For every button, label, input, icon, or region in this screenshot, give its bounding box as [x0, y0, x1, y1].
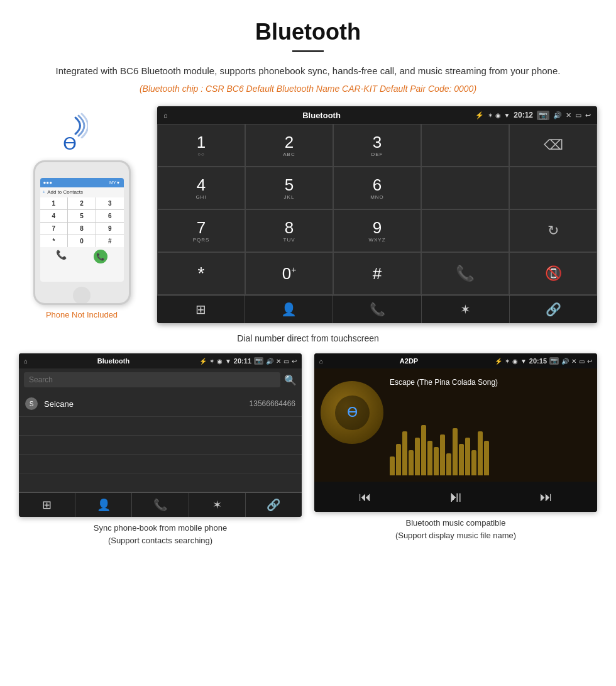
pb-statusbar: ⌂ Bluetooth ⚡ ✶ ◉ ▼ 20:11 📷 🔊 ✕ ▭ ↩ — [19, 353, 302, 368]
mp-bt-logo: ϴ — [335, 396, 370, 430]
music-item: ⌂ A2DP ⚡ ✶ ◉ ▼ 20:15 📷 🔊 ✕ ▭ ↩ ϴ Escape … — [314, 353, 597, 546]
mp-close[interactable]: ✕ — [571, 358, 576, 365]
hu-home-icon[interactable]: ⌂ — [163, 111, 168, 119]
page-description: Integrated with BC6 Bluetooth module, su… — [38, 64, 578, 79]
dialpad-key-4[interactable]: 4GHI — [157, 167, 245, 209]
main-section: ϴ ●●●MY▼ + Add to Contacts 123 456 78 — [0, 100, 616, 329]
pb-bt-icon: ✶ — [209, 358, 214, 365]
head-unit-screen: ⌂ Bluetooth ⚡ ✶ ◉ ▼ 20:12 📷 🔊 ✕ ▭ ↩ 1○○ … — [157, 106, 597, 323]
pb-nav-phone[interactable]: 📞 — [132, 493, 189, 517]
hu-bt-icon: ✶ — [488, 112, 493, 119]
mp-song-title: Escape (The Pina Colada Song) — [390, 378, 591, 387]
pb-vol[interactable]: 🔊 — [266, 358, 273, 365]
pb-nav-dialpad[interactable]: ⊞ — [19, 493, 75, 517]
mp-info: Escape (The Pina Colada Song) — [390, 375, 591, 475]
mp-win[interactable]: ▭ — [579, 358, 585, 365]
mp-home-icon[interactable]: ⌂ — [319, 358, 323, 365]
mp-back[interactable]: ↩ — [587, 358, 592, 365]
mp-eq-bars — [390, 393, 591, 475]
pb-search-input[interactable] — [24, 372, 280, 387]
hu-close-icon[interactable]: ✕ — [566, 111, 571, 119]
hu-navbar: ⊞ 👤 📞 ✶ 🔗 — [157, 295, 597, 323]
pb-contact-item[interactable]: S Seicane 13566664466 — [19, 391, 302, 417]
dialpad-key-6[interactable]: 6MNO — [333, 167, 421, 209]
phonebook-screen: ⌂ Bluetooth ⚡ ✶ ◉ ▼ 20:11 📷 🔊 ✕ ▭ ↩ 🔍 — [19, 353, 302, 517]
dialpad-key-hash[interactable]: # — [333, 252, 421, 295]
pb-nav-link[interactable]: 🔗 — [246, 493, 302, 517]
dialpad-key-9[interactable]: 9WXYZ — [333, 209, 421, 252]
hu-window-icon[interactable]: ▭ — [575, 111, 581, 119]
dialpad-refresh[interactable]: ↻ — [509, 209, 597, 252]
mp-prev-button[interactable]: ⏮ — [359, 490, 371, 504]
hu-status-icons: ✶ ◉ ▼ — [488, 112, 510, 119]
pb-loc-icon: ◉ — [217, 358, 223, 365]
pb-usb-icon: ⚡ — [199, 358, 207, 365]
mp-time: 20:15 — [529, 357, 547, 365]
hu-nav-bluetooth[interactable]: ✶ — [422, 296, 510, 323]
pb-contact-number: 13566664466 — [250, 399, 295, 408]
bottom-section: ⌂ Bluetooth ⚡ ✶ ◉ ▼ 20:11 📷 🔊 ✕ ▭ ↩ 🔍 — [0, 353, 616, 559]
dial-caption: Dial number direct from touchscreen — [0, 333, 616, 343]
pb-nav-contacts[interactable]: 👤 — [75, 493, 132, 517]
pb-camera[interactable]: 📷 — [254, 357, 263, 365]
mp-next-button[interactable]: ⏭ — [540, 490, 553, 504]
hu-time: 20:12 — [514, 111, 533, 119]
hu-nav-dialpad[interactable]: ⊞ — [157, 296, 245, 323]
pb-contact-letter: S — [25, 397, 38, 410]
dialpad-key-3[interactable]: 3DEF — [333, 124, 421, 167]
dialpad-key-star[interactable]: * — [157, 252, 245, 295]
mp-controls: ⏮ ⏯ ⏭ — [314, 482, 597, 512]
hu-nav-contacts[interactable]: 👤 — [245, 296, 333, 323]
hu-volume-icon[interactable]: 🔊 — [553, 111, 562, 119]
pb-close[interactable]: ✕ — [276, 358, 281, 365]
dialpad-grid: 1○○ 2ABC 3DEF ⌫ 4GHI 5JKL 6MNO — [157, 124, 597, 295]
dialpad-key-2[interactable]: 2ABC — [245, 124, 333, 167]
music-screen: ⌂ A2DP ⚡ ✶ ◉ ▼ 20:15 📷 🔊 ✕ ▭ ↩ ϴ Escape … — [314, 353, 597, 512]
mp-content: ϴ Escape (The Pina Colada Song) — [314, 368, 597, 482]
music-caption: Bluetooth music compatible(Support displ… — [314, 517, 597, 541]
mp-statusbar: ⌂ A2DP ⚡ ✶ ◉ ▼ 20:15 📷 🔊 ✕ ▭ ↩ — [314, 353, 597, 368]
dialpad-key-5[interactable]: 5JKL — [245, 167, 333, 209]
page-title: Bluetooth — [38, 19, 578, 45]
hu-title: Bluetooth — [172, 111, 472, 120]
mp-usb-icon: ⚡ — [495, 358, 502, 365]
pb-win[interactable]: ▭ — [283, 358, 289, 365]
mp-album-art: ϴ — [321, 381, 383, 444]
hu-nav-link[interactable]: 🔗 — [510, 296, 597, 323]
phone-keypad: 123 456 789 *0# — [40, 197, 124, 247]
pb-title: Bluetooth — [30, 357, 197, 365]
pb-wifi-icon: ▼ — [225, 358, 231, 365]
dialpad-key-0[interactable]: 0+ — [245, 252, 333, 295]
dialpad-call-button[interactable]: 📞 — [421, 252, 509, 295]
mp-camera[interactable]: 📷 — [549, 357, 559, 365]
phone-home-button — [73, 287, 91, 304]
bluetooth-signal: ϴ — [57, 110, 107, 154]
phone-not-included-label: Phone Not Included — [46, 310, 118, 319]
phonebook-item: ⌂ Bluetooth ⚡ ✶ ◉ ▼ 20:11 📷 🔊 ✕ ▭ ↩ 🔍 — [19, 353, 302, 546]
mp-bt-icon: ✶ — [505, 358, 510, 365]
title-divider — [292, 50, 324, 52]
pb-time: 20:11 — [234, 357, 251, 365]
dialpad-key-1[interactable]: 1○○ — [157, 124, 245, 167]
dialpad-end-call-button[interactable]: 📵 — [509, 252, 597, 295]
hu-camera-icon[interactable]: 📷 — [537, 111, 549, 120]
pb-nav-bt[interactable]: ✶ — [189, 493, 246, 517]
pb-search-icon[interactable]: 🔍 — [284, 374, 297, 386]
hu-nav-phone[interactable]: 📞 — [333, 296, 421, 323]
phone-screen: ●●●MY▼ + Add to Contacts 123 456 789 *0#… — [40, 178, 124, 282]
mp-play-pause-button[interactable]: ⏯ — [448, 488, 463, 506]
bluetooth-icon: ϴ — [63, 133, 77, 154]
hu-wifi-icon: ▼ — [503, 112, 510, 119]
hu-back-icon[interactable]: ↩ — [585, 111, 591, 119]
dialpad-key-7[interactable]: 7PQRS — [157, 209, 245, 252]
mp-vol[interactable]: 🔊 — [561, 358, 569, 365]
mp-loc-icon: ◉ — [512, 358, 518, 365]
dialpad-key-8[interactable]: 8TUV — [245, 209, 333, 252]
pb-contacts-list: S Seicane 13566664466 — [19, 391, 302, 492]
dialpad-backspace[interactable]: ⌫ — [509, 124, 597, 167]
pb-home-icon[interactable]: ⌂ — [24, 358, 28, 365]
phonebook-caption: Sync phone-book from mobile phone(Suppor… — [19, 522, 302, 546]
page-header: Bluetooth Integrated with BC6 Bluetooth … — [0, 0, 616, 100]
pb-navbar: ⊞ 👤 📞 ✶ 🔗 — [19, 492, 302, 517]
pb-back[interactable]: ↩ — [292, 358, 297, 365]
